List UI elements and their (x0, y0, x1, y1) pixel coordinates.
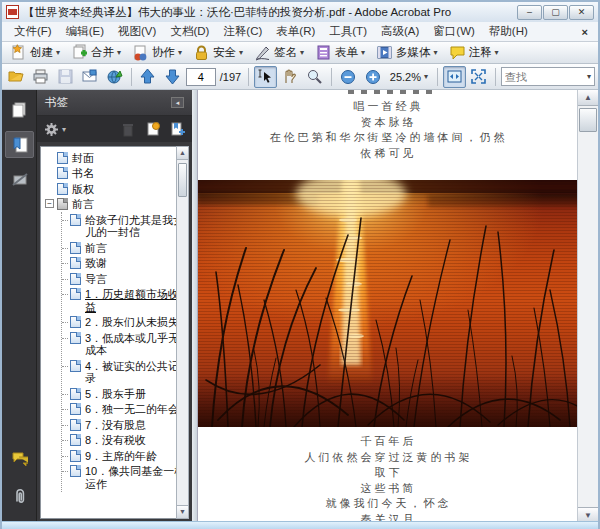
task-button-forms[interactable]: 表单▾ (311, 43, 369, 62)
delete-bookmark-button[interactable] (119, 121, 136, 138)
options-menu-button[interactable]: ▾ (43, 121, 66, 138)
zoom-out-button[interactable] (337, 66, 360, 88)
bookmark-item[interactable]: 2．股东们从未损失 (62, 315, 188, 331)
document-page[interactable]: 唱一首经典资本脉络在伦巴第和华尔街坚冷的墙体间，仍然依稀可见 (198, 90, 581, 523)
scrollbar-thumb[interactable] (579, 108, 597, 132)
bookmark-item[interactable]: 1．历史超额市场收益 (62, 287, 188, 315)
previous-page-button[interactable] (137, 66, 160, 88)
bookmark-item[interactable]: 书名 (45, 166, 188, 182)
scroll-up-arrow[interactable]: ▲ (177, 147, 188, 160)
bookmark-item[interactable]: 6．独一无二的年会 (62, 402, 188, 418)
menubar-close-icon[interactable]: × (578, 26, 592, 38)
menu-item[interactable]: 文件(F) (8, 22, 58, 41)
attachments-panel-tab[interactable] (5, 482, 34, 509)
zoom-value: 25.2% (390, 71, 421, 83)
bookmark-children: 给孩子们尤其是我女儿的一封信前言致谢导言1．历史超额市场收益2．股东们从未损失3… (61, 212, 188, 492)
find-input[interactable] (505, 71, 587, 83)
menu-item[interactable]: 工具(T) (323, 22, 373, 41)
chevron-down-icon: ▾ (587, 72, 591, 81)
scrollbar-thumb[interactable] (178, 163, 187, 197)
task-button-comment[interactable]: 注释▾ (445, 43, 503, 62)
panel-collapse-button[interactable]: ◂ (171, 97, 184, 108)
bookmark-item[interactable]: 封面 (45, 150, 188, 166)
create-icon (10, 44, 27, 61)
marquee-zoom-button[interactable] (303, 66, 326, 88)
bookmark-item[interactable]: 版权 (45, 181, 188, 197)
scroll-down-arrow[interactable]: ▼ (177, 505, 188, 518)
menu-item[interactable]: 高级(A) (375, 22, 425, 41)
comments-panel-tab[interactable] (5, 445, 34, 472)
bookmark-item[interactable]: −前言 (45, 197, 188, 213)
task-button-label: 合并 (91, 45, 114, 60)
bookmark-item[interactable]: 前言 (62, 240, 188, 256)
poem-line: 取下 (198, 465, 579, 481)
print-button[interactable] (30, 66, 53, 88)
bookmark-item[interactable]: 导言 (62, 271, 188, 287)
menu-item[interactable]: 编辑(E) (60, 22, 110, 41)
bookmark-label: 封面 (72, 152, 94, 165)
task-button-label: 签名 (274, 45, 297, 60)
bookmark-item[interactable]: 给孩子们尤其是我女儿的一封信 (62, 212, 188, 240)
minimize-button[interactable]: – (517, 5, 542, 20)
poem-line: 资本脉络 (198, 115, 579, 131)
bookmark-item[interactable]: 9．主席的年龄 (62, 448, 188, 464)
window-bottom-edge (2, 521, 598, 529)
bookmark-item[interactable]: 致谢 (62, 256, 188, 272)
task-button-multimedia[interactable]: 多媒体▾ (372, 43, 442, 62)
select-tool-button[interactable] (254, 66, 277, 88)
save-button[interactable] (54, 66, 77, 88)
fit-page-button[interactable] (468, 66, 491, 88)
bookmarks-toolbar: ▾ (37, 116, 192, 142)
maximize-button[interactable]: ▢ (543, 5, 568, 20)
page-number-input[interactable] (186, 68, 216, 86)
expand-current-bookmark-button[interactable] (144, 121, 161, 138)
bookmark-item[interactable]: 10．像共同基金一样运作 (62, 464, 188, 492)
menu-item[interactable]: 帮助(H) (483, 22, 534, 41)
task-button-sign[interactable]: 签名▾ (250, 43, 308, 62)
chevron-down-icon: ▾ (56, 48, 60, 57)
email-icon (81, 68, 98, 85)
title-bar: 【世界资本经典译丛】伟大的事业：沃伦·巴菲特的投资分析.pdf - Adobe … (2, 2, 598, 22)
bookmark-item[interactable]: 4．被证实的公共记录 (62, 358, 188, 386)
zoom-level-dropdown[interactable]: 25.2% ▾ (386, 70, 432, 84)
task-button-label: 注释 (469, 45, 492, 60)
find-field[interactable]: ▾ (501, 67, 595, 86)
menu-item[interactable]: 文档(D) (164, 22, 215, 41)
menu-item[interactable]: 窗口(W) (427, 22, 481, 41)
close-button[interactable]: ✕ (569, 5, 594, 20)
fit-width-button[interactable] (443, 66, 466, 88)
bookmarks-scrollbar[interactable]: ▲ ▼ (176, 146, 189, 519)
zoom-in-button[interactable] (361, 66, 384, 88)
collapse-toggle-icon[interactable]: − (45, 199, 54, 208)
poem-line: 人们依然会穿过泛黄的书架 (198, 450, 579, 466)
poem-line: 千百年后 (198, 434, 579, 450)
open-file-button[interactable] (5, 66, 28, 88)
bookmark-page-icon (70, 273, 81, 285)
poem-line: 依稀可见 (198, 146, 579, 162)
menu-item[interactable]: 注释(C) (217, 22, 268, 41)
new-bookmark-button[interactable] (169, 121, 186, 138)
bookmark-item[interactable]: 7．没有股息 (62, 417, 188, 433)
task-button-combine[interactable]: 合并▾ (67, 43, 125, 62)
menu-item[interactable]: 表单(R) (270, 22, 321, 41)
menu-item[interactable]: 视图(V) (112, 22, 162, 41)
bookmark-item[interactable]: 5．股东手册 (62, 386, 188, 402)
create-button[interactable]: 创建▾ (6, 43, 64, 62)
email-button[interactable] (79, 66, 102, 88)
comments-icon (11, 450, 28, 467)
bookmark-item[interactable]: 3．低成本或几乎无成本 (62, 330, 188, 358)
hand-tool-button[interactable] (279, 66, 302, 88)
bookmark-item[interactable]: 8．没有税收 (62, 433, 188, 449)
signatures-panel-tab[interactable] (5, 166, 34, 193)
task-button-label: 多媒体 (396, 45, 431, 60)
share-button[interactable] (103, 66, 126, 88)
task-button-collaborate[interactable]: 协作▾ (128, 43, 186, 62)
scroll-up-arrow[interactable]: ▲ (578, 90, 598, 106)
document-scrollbar[interactable]: ▲ ▼ (577, 90, 598, 523)
acrobat-window: 【世界资本经典译丛】伟大的事业：沃伦·巴菲特的投资分析.pdf - Adobe … (0, 0, 600, 529)
task-button-security[interactable]: 安全▾ (189, 43, 247, 62)
pages-panel-tab[interactable] (5, 96, 34, 123)
bookmarks-panel-tab[interactable] (5, 131, 34, 158)
chevron-down-icon: ▾ (495, 48, 499, 57)
next-page-button[interactable] (161, 66, 184, 88)
